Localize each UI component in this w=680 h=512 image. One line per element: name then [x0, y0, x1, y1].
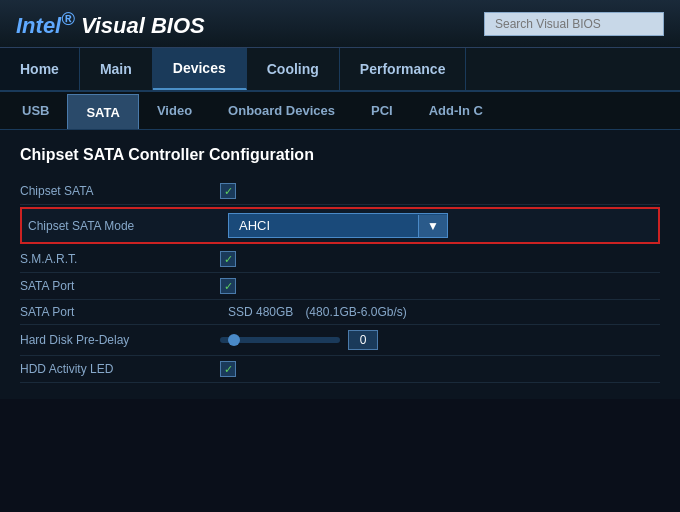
setting-row-chipset-sata-mode: Chipset SATA Mode AHCI ▼: [20, 207, 660, 244]
sub-nav-video[interactable]: Video: [139, 92, 210, 129]
checkbox-chipset-sata[interactable]: ✓: [220, 183, 236, 199]
bios-title-text: Visual BIOS: [81, 13, 205, 38]
nav-item-cooling[interactable]: Cooling: [247, 48, 340, 90]
label-smart: S.M.A.R.T.: [20, 252, 220, 266]
sub-nav-addin[interactable]: Add-In C: [411, 92, 501, 129]
sub-nav-usb[interactable]: USB: [4, 92, 67, 129]
nav-item-performance[interactable]: Performance: [340, 48, 467, 90]
bios-title: Intel® Visual BIOS: [16, 8, 205, 39]
setting-row-sata-port-2: SATA Port SSD 480GB (480.1GB-6.0Gb/s): [20, 300, 660, 325]
sub-nav-sata[interactable]: SATA: [67, 94, 138, 129]
ssd-label: SSD 480GB: [228, 305, 293, 319]
checkbox-smart[interactable]: ✓: [220, 251, 236, 267]
ssd-info: (480.1GB-6.0Gb/s): [305, 305, 406, 319]
setting-row-smart: S.M.A.R.T. ✓: [20, 246, 660, 273]
slider-value-display: 0: [348, 330, 378, 350]
value-sata-port-2: SSD 480GB (480.1GB-6.0Gb/s): [220, 305, 660, 319]
setting-row-chipset-sata: Chipset SATA ✓: [20, 178, 660, 205]
sub-nav-pci[interactable]: PCI: [353, 92, 411, 129]
content-area: Chipset SATA Controller Configuration Ch…: [0, 130, 680, 399]
setting-row-sata-port-1: SATA Port ✓: [20, 273, 660, 300]
nav-item-home[interactable]: Home: [0, 48, 80, 90]
setting-row-hdd-activity-led: HDD Activity LED ✓: [20, 356, 660, 383]
value-hdd-predelay: 0: [220, 330, 660, 350]
dropdown-sata-mode[interactable]: AHCI ▼: [228, 213, 448, 238]
label-chipset-sata: Chipset SATA: [20, 184, 220, 198]
slider-thumb[interactable]: [228, 334, 240, 346]
sub-nav: USB SATA Video Onboard Devices PCI Add-I…: [0, 92, 680, 130]
checkbox-hdd-activity-led[interactable]: ✓: [220, 361, 236, 377]
section-title: Chipset SATA Controller Configuration: [20, 146, 660, 164]
value-chipset-sata: ✓: [220, 183, 660, 199]
nav-item-main[interactable]: Main: [80, 48, 153, 90]
dropdown-arrow-icon[interactable]: ▼: [418, 215, 447, 237]
value-chipset-sata-mode: AHCI ▼: [228, 213, 652, 238]
value-sata-port-1: ✓: [220, 278, 660, 294]
label-sata-port-1: SATA Port: [20, 279, 220, 293]
main-nav: Home Main Devices Cooling Performance: [0, 48, 680, 92]
value-smart: ✓: [220, 251, 660, 267]
setting-row-hdd-predelay: Hard Disk Pre-Delay 0: [20, 325, 660, 356]
bios-header: Intel® Visual BIOS: [0, 0, 680, 48]
checkbox-sata-port-1[interactable]: ✓: [220, 278, 236, 294]
label-sata-port-2: SATA Port: [20, 305, 220, 319]
nav-item-devices[interactable]: Devices: [153, 48, 247, 90]
label-hdd-activity-led: HDD Activity LED: [20, 362, 220, 376]
intel-brand: Intel®: [16, 13, 75, 38]
slider-hdd-predelay: 0: [220, 330, 660, 350]
value-hdd-activity-led: ✓: [220, 361, 660, 377]
search-input[interactable]: [484, 12, 664, 36]
label-chipset-sata-mode: Chipset SATA Mode: [28, 219, 228, 233]
dropdown-text-sata-mode: AHCI: [229, 214, 418, 237]
slider-track[interactable]: [220, 337, 340, 343]
sub-nav-onboard-devices[interactable]: Onboard Devices: [210, 92, 353, 129]
settings-table: Chipset SATA ✓ Chipset SATA Mode AHCI ▼ …: [20, 178, 660, 383]
label-hdd-predelay: Hard Disk Pre-Delay: [20, 333, 220, 347]
